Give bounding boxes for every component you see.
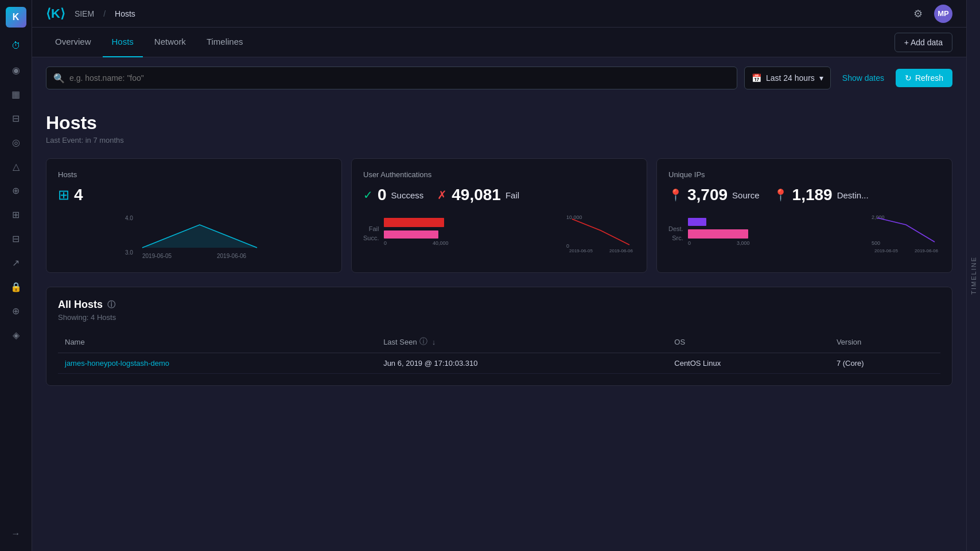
unique-ips-title: Unique IPs (668, 170, 940, 179)
calendar-icon: 📅 (752, 73, 761, 83)
nav-icon-ml[interactable]: ◈ (6, 325, 26, 345)
svg-text:3,000: 3,000 (737, 240, 750, 246)
time-picker[interactable]: 📅 Last 24 hours ▾ (744, 67, 831, 89)
dest-bar-label: Dest. (668, 225, 683, 232)
tab-network[interactable]: Network (145, 28, 195, 57)
success-count: 0 (378, 186, 387, 204)
nav-icon-trusted[interactable]: ⊞ (6, 204, 26, 225)
fail-bar-label: Fail (363, 225, 379, 232)
hosts-card-title: Hosts (58, 170, 330, 179)
page-subtitle: Last Event: in 7 months (46, 136, 952, 144)
left-navigation: K ⏱ ◉ ▦ ⊟ ◎ △ ⊕ ⊞ ⊟ ↗ 🔒 ⊕ ◈ → (0, 0, 32, 551)
svg-rect-14 (688, 218, 706, 226)
nav-icon-fleet[interactable]: ↗ (6, 252, 26, 273)
host-name-link[interactable]: james-honeypot-logstash-demo (65, 359, 169, 368)
svg-rect-7 (384, 230, 438, 239)
app-logo[interactable]: K (6, 7, 26, 28)
ips-bar-labels: Dest. Src. (668, 213, 683, 253)
source-count: 3,709 (687, 186, 728, 204)
svg-text:0: 0 (688, 240, 691, 246)
table-header-row: Name Last Seen ⓘ ↓ (58, 331, 940, 353)
breadcrumb-page: Hosts (115, 9, 135, 18)
succ-bar-label: Succ. (363, 235, 379, 241)
top-bar: ⟨K⟩ SIEM / Hosts ⚙ MP (32, 0, 966, 28)
chevron-down-icon: ▾ (819, 73, 823, 83)
breadcrumb-siem[interactable]: SIEM (75, 9, 94, 18)
unique-ips-metrics: 📍 3,709 Source 📍 1,189 Destin... (668, 186, 940, 204)
hosts-metrics: ⊞ 4 (58, 186, 330, 204)
nav-icon-clock[interactable]: ⏱ (6, 36, 26, 56)
svg-text:2019-06-05: 2019-06-05 (142, 253, 172, 259)
hosts-chart: 4.0 3.0 2019-06-05 2019-06-06 (58, 213, 330, 261)
tab-timelines[interactable]: Timelines (197, 28, 252, 57)
info-icon[interactable]: ⓘ (107, 300, 115, 310)
fail-metric: ✗ 49,081 Fail (437, 186, 519, 204)
nav-icon-investigate[interactable]: ◎ (6, 132, 26, 153)
settings-icon[interactable]: ⚙ (909, 5, 927, 23)
last-seen-info-icon[interactable]: ⓘ (419, 337, 427, 347)
svg-text:2019-06-06: 2019-06-06 (609, 248, 633, 253)
breadcrumb-separator: / (103, 9, 106, 18)
unique-ips-chart-area: Dest. Src. 0 3,000 (668, 213, 940, 253)
show-dates-button[interactable]: Show dates (838, 73, 889, 83)
auth-stat-card: User Authentications ✓ 0 Success ✗ 49,08… (351, 158, 647, 273)
hosts-count: 4 (74, 186, 83, 204)
content-area: Hosts Last Event: in 7 months Hosts ⊞ 4 (32, 99, 966, 400)
main-content: ⟨K⟩ SIEM / Hosts ⚙ MP Overview Hosts Net… (32, 0, 966, 551)
refresh-button[interactable]: ↻ Refresh (896, 69, 952, 87)
dest-metric: 📍 1,189 Destin... (773, 186, 869, 204)
svg-text:2019-06-06: 2019-06-06 (915, 248, 938, 253)
svg-rect-15 (688, 229, 748, 239)
user-avatar[interactable]: MP (934, 5, 952, 23)
version-cell: 7 (Core) (830, 353, 940, 374)
nav-icon-exceptions[interactable]: ⊕ (6, 180, 26, 201)
timeline-sidebar[interactable]: TIMELINE (966, 0, 980, 551)
src-bar-label: Src. (668, 235, 683, 241)
host-name-cell: james-honeypot-logstash-demo (58, 353, 376, 374)
tab-overview[interactable]: Overview (46, 28, 100, 57)
last-seen-cell: Jun 6, 2019 @ 17:10:03.310 (376, 353, 667, 374)
nav-icon-cases[interactable]: ⊟ (6, 108, 26, 128)
hosts-count-metric: ⊞ 4 (58, 186, 83, 204)
nav-icon-dashboard[interactable]: ▦ (6, 84, 26, 104)
nav-icon-lock[interactable]: 🔒 (6, 276, 26, 297)
refresh-icon: ↻ (905, 73, 912, 83)
svg-text:500: 500 (872, 240, 880, 246)
nav-icon-endpoints[interactable]: ⊟ (6, 228, 26, 249)
x-icon: ✗ (437, 188, 447, 202)
search-input[interactable] (69, 73, 730, 83)
source-metric: 📍 3,709 Source (668, 186, 760, 204)
svg-text:2019-06-05: 2019-06-05 (569, 248, 593, 253)
search-input-wrapper: 🔍 (46, 67, 737, 89)
dest-label: Destin... (837, 190, 869, 200)
all-hosts-subtitle: Showing: 4 Hosts (58, 313, 940, 322)
svg-text:4.0: 4.0 (125, 215, 133, 221)
nav-icon-expand[interactable]: → (6, 523, 26, 544)
add-data-button[interactable]: + Add data (895, 33, 952, 52)
top-bar-actions: ⚙ MP (909, 5, 952, 23)
auth-card-title: User Authentications (363, 170, 635, 179)
sort-icon[interactable]: ↓ (432, 338, 436, 346)
svg-text:2019-06-05: 2019-06-05 (874, 248, 898, 253)
source-label: Source (732, 190, 760, 200)
page-area: Overview Hosts Network Timelines + Add d… (32, 28, 966, 551)
auth-bar-labels: Fail Succ. (363, 213, 379, 253)
time-range-label: Last 24 hours (766, 73, 815, 83)
nav-icon-rules[interactable]: △ (6, 156, 26, 177)
fail-label: Fail (505, 190, 519, 200)
svg-text:0: 0 (384, 240, 387, 246)
auth-metrics: ✓ 0 Success ✗ 49,081 Fail (363, 186, 635, 204)
search-bar: 🔍 📅 Last 24 hours ▾ Show dates ↻ Refresh (32, 57, 966, 99)
col-last-seen: Last Seen ⓘ ↓ (376, 331, 667, 353)
stat-cards: Hosts ⊞ 4 4.0 3.0 2019-06-05 (46, 158, 952, 273)
hosts-grid-icon: ⊞ (58, 187, 69, 203)
unique-ips-stat-card: Unique IPs 📍 3,709 Source 📍 1,189 Destin… (656, 158, 952, 273)
svg-text:3.0: 3.0 (125, 249, 133, 256)
svg-rect-6 (384, 218, 444, 227)
nav-icon-alerts[interactable]: ◉ (6, 60, 26, 80)
tabs-bar: Overview Hosts Network Timelines + Add d… (32, 28, 966, 57)
nav-icon-integrations[interactable]: ⊕ (6, 300, 26, 321)
svg-text:40,000: 40,000 (433, 240, 449, 246)
hosts-table: Name Last Seen ⓘ ↓ (58, 331, 940, 374)
tab-hosts[interactable]: Hosts (103, 28, 143, 57)
